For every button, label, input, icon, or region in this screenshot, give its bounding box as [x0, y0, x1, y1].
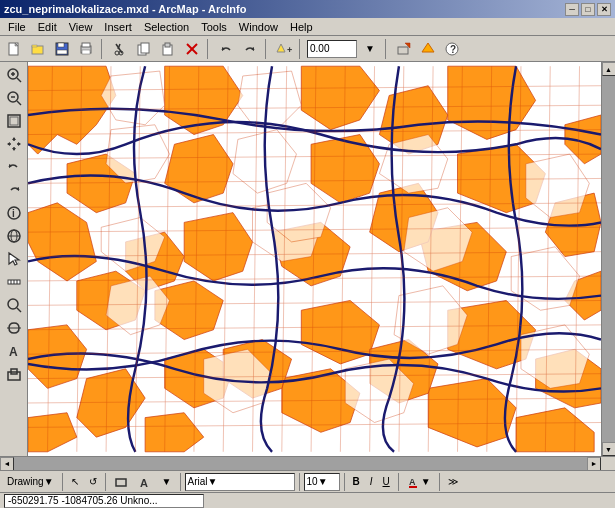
- text-style-dropdown[interactable]: ▼: [158, 473, 176, 491]
- toolbar-separator-5: [385, 39, 389, 59]
- map-canvas[interactable]: [28, 62, 601, 456]
- extra-tool[interactable]: [3, 363, 25, 385]
- rectangle-tool[interactable]: [110, 473, 132, 491]
- menu-selection[interactable]: Selection: [138, 20, 195, 34]
- menu-view[interactable]: View: [63, 20, 99, 34]
- hyperlink-icon: [6, 320, 22, 336]
- menu-file[interactable]: File: [2, 20, 32, 34]
- find-icon: [6, 297, 22, 313]
- zoom-out-icon: [6, 90, 22, 106]
- svg-marker-41: [18, 142, 21, 146]
- font-color-icon: A: [407, 475, 421, 489]
- redo-icon: [243, 42, 257, 56]
- hyperlink-tool[interactable]: [3, 317, 25, 339]
- menu-tools[interactable]: Tools: [195, 20, 233, 34]
- scroll-track-vertical[interactable]: [602, 76, 616, 442]
- zoom-in-tool[interactable]: [3, 64, 25, 86]
- redo-button[interactable]: [239, 39, 261, 59]
- svg-rect-6: [57, 50, 67, 54]
- zoom-dropdown[interactable]: ▼: [359, 39, 381, 59]
- font-name-selector[interactable]: Arial ▼: [185, 473, 295, 491]
- scroll-down-button[interactable]: ▼: [602, 442, 616, 456]
- left-toolbar: i: [0, 62, 28, 456]
- print-button[interactable]: [75, 39, 97, 59]
- delete-icon: [185, 42, 199, 56]
- minimize-button[interactable]: ─: [565, 3, 579, 16]
- drawing-sep-5: [344, 473, 345, 491]
- svg-text:i: i: [12, 208, 15, 219]
- add-data-button[interactable]: +: [273, 39, 295, 59]
- main-toolbar: + 0.00 ▼ ?: [0, 36, 615, 62]
- scroll-left-button[interactable]: ◄: [0, 457, 14, 471]
- svg-rect-58: [8, 372, 20, 380]
- rotate-tool[interactable]: ↺: [85, 473, 101, 491]
- copy-button[interactable]: [133, 39, 155, 59]
- sketch-button[interactable]: [417, 39, 439, 59]
- svg-marker-39: [12, 148, 16, 151]
- svg-rect-61: [116, 479, 126, 486]
- editor-button[interactable]: [393, 39, 415, 59]
- measure-tool[interactable]: [3, 271, 25, 293]
- svg-text:A: A: [140, 477, 148, 489]
- add-data-icon: +: [276, 42, 292, 56]
- label-icon: A: [6, 343, 22, 359]
- bold-button[interactable]: B: [349, 473, 364, 491]
- svg-marker-49: [9, 253, 19, 265]
- select-tool[interactable]: [3, 248, 25, 270]
- drawing-sep-6: [398, 473, 399, 491]
- drawing-sep-2: [105, 473, 106, 491]
- delete-button[interactable]: [181, 39, 203, 59]
- zoom-full-tool[interactable]: [3, 110, 25, 132]
- undo-button[interactable]: [215, 39, 237, 59]
- close-button[interactable]: ✕: [597, 3, 611, 16]
- cut-button[interactable]: [109, 39, 131, 59]
- title-bar: zcu_neprimalokalizace.mxd - ArcMap - Arc…: [0, 0, 615, 18]
- pointer-tool[interactable]: ↖: [67, 473, 83, 491]
- text-tool[interactable]: A: [134, 473, 156, 491]
- find-tool[interactable]: [3, 294, 25, 316]
- zoom-in-icon: [6, 67, 22, 83]
- svg-line-55: [17, 308, 21, 312]
- label-tool[interactable]: A: [3, 340, 25, 362]
- svg-rect-8: [82, 43, 90, 47]
- forward-tool[interactable]: [3, 179, 25, 201]
- font-color-button[interactable]: A ▼: [403, 473, 435, 491]
- cut-icon: [113, 42, 127, 56]
- zoom-full-icon: [6, 113, 22, 129]
- maximize-button[interactable]: □: [581, 3, 595, 16]
- more-button[interactable]: ≫: [444, 473, 462, 491]
- drawing-label[interactable]: Drawing ▼: [3, 473, 58, 491]
- toolbar-separator-2: [207, 39, 211, 59]
- back-tool[interactable]: [3, 156, 25, 178]
- map-area-wrapper: i: [0, 62, 615, 456]
- new-button[interactable]: [3, 39, 25, 59]
- scroll-up-button[interactable]: ▲: [602, 62, 616, 76]
- text-icon: A: [138, 475, 152, 489]
- rectangle-icon: [114, 475, 128, 489]
- globe-tool[interactable]: [3, 225, 25, 247]
- open-button[interactable]: [27, 39, 49, 59]
- scroll-track-horizontal[interactable]: [14, 457, 587, 471]
- zoom-value[interactable]: 0.00: [307, 40, 357, 58]
- svg-rect-24: [398, 47, 408, 54]
- menu-insert[interactable]: Insert: [98, 20, 138, 34]
- paste-button[interactable]: [157, 39, 179, 59]
- zoom-out-tool[interactable]: [3, 87, 25, 109]
- status-bar: -650291.75 -1084705.26 Unkno...: [0, 492, 615, 508]
- menu-help[interactable]: Help: [284, 20, 319, 34]
- underline-button[interactable]: U: [379, 473, 394, 491]
- save-icon: [55, 42, 69, 56]
- menu-window[interactable]: Window: [233, 20, 284, 34]
- toolbar-separator-3: [265, 39, 269, 59]
- svg-text:A: A: [9, 345, 18, 359]
- pan-tool[interactable]: [3, 133, 25, 155]
- italic-button[interactable]: I: [366, 473, 377, 491]
- menu-edit[interactable]: Edit: [32, 20, 63, 34]
- font-size-selector[interactable]: 10 ▼: [304, 473, 340, 491]
- help-button[interactable]: ?: [441, 39, 463, 59]
- save-button[interactable]: [51, 39, 73, 59]
- toolbar-separator-1: [101, 39, 105, 59]
- scroll-right-button[interactable]: ►: [587, 457, 601, 471]
- svg-point-12: [115, 51, 119, 55]
- identify-tool[interactable]: i: [3, 202, 25, 224]
